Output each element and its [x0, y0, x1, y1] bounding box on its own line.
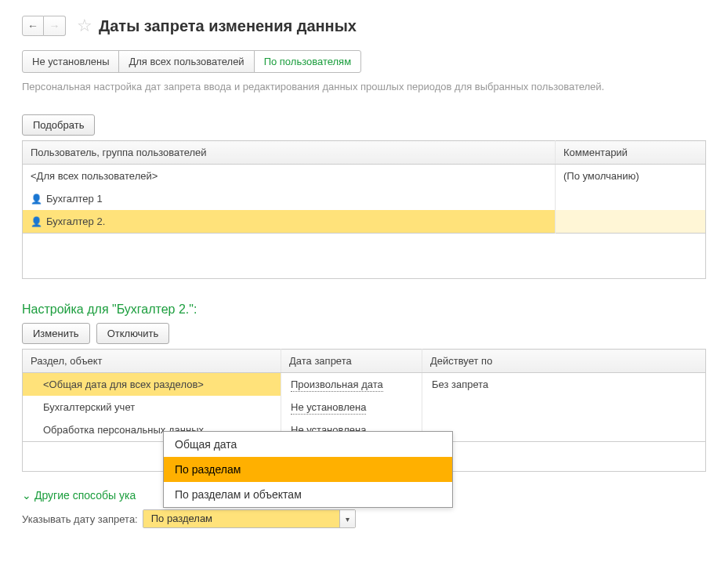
table-row[interactable]: 👤Бухгалтер 2.	[23, 210, 706, 234]
tab-all-users[interactable]: Для всех пользователей	[118, 50, 254, 73]
user-name: Бухгалтер 1	[46, 193, 103, 205]
settings-heading: Настройка для "Бухгалтер 2.":	[22, 302, 706, 317]
arrow-right-icon: →	[49, 20, 60, 32]
dropdown-option[interactable]: По разделам	[164, 457, 452, 482]
favorite-star-icon[interactable]: ☆	[77, 16, 92, 36]
section-effective	[422, 396, 706, 418]
section-date-link[interactable]: Не установлена	[291, 401, 366, 415]
disable-button[interactable]: Отключить	[96, 323, 170, 344]
section-date-link[interactable]: Произвольная дата	[291, 379, 383, 392]
user-icon: 👤	[31, 194, 42, 205]
edit-button[interactable]: Изменить	[22, 323, 90, 344]
select-value: По разделам	[143, 510, 339, 527]
users-col-comment[interactable]: Комментарий	[556, 141, 706, 165]
specify-date-dropdown: Общая дата По разделам По разделам и объ…	[163, 431, 453, 508]
user-name: Бухгалтер 2.	[46, 216, 105, 227]
description-text: Персональная настройка дат запрета ввода…	[22, 81, 706, 92]
chevron-down-icon: ⌄	[22, 489, 31, 502]
section-name: <Общая дата для всех разделов>	[23, 373, 281, 397]
pick-button[interactable]: Подобрать	[22, 114, 95, 136]
users-table: Пользователь, группа пользователей Комме…	[22, 140, 706, 234]
page-title: Даты запрета изменения данных	[99, 17, 357, 35]
section-effective	[422, 418, 706, 442]
tab-not-set[interactable]: Не установлены	[22, 50, 119, 73]
sections-table: Раздел, объект Дата запрета Действует по…	[22, 349, 706, 442]
dropdown-caret-icon[interactable]: ▾	[339, 510, 355, 527]
dropdown-option[interactable]: Общая дата	[164, 432, 452, 457]
user-icon: 👤	[31, 216, 42, 227]
table-row[interactable]: 👤Бухгалтер 1	[23, 187, 706, 210]
table-row[interactable]: <Общая дата для всех разделов> Произволь…	[23, 373, 706, 397]
arrow-left-icon: ←	[27, 20, 38, 32]
table-row[interactable]: <Для всех пользователей> (По умолчанию)	[23, 165, 706, 188]
nav-forward-button[interactable]: →	[44, 16, 66, 36]
users-col-user[interactable]: Пользователь, группа пользователей	[23, 141, 556, 165]
user-comment: (По умолчанию)	[563, 170, 639, 182]
section-name: Бухгалтерский учет	[23, 396, 281, 418]
other-ways-label: Другие способы ука	[34, 489, 136, 502]
sections-col-date[interactable]: Дата запрета	[281, 350, 422, 373]
nav-back-button[interactable]: ←	[22, 16, 44, 36]
sections-col-effective[interactable]: Действует по	[422, 350, 706, 373]
tab-bar: Не установлены Для всех пользователей По…	[22, 50, 706, 73]
table-row[interactable]: Бухгалтерский учет Не установлена	[23, 396, 706, 418]
specify-date-select[interactable]: По разделам ▾	[143, 509, 356, 528]
section-effective: Без запрета	[422, 373, 706, 397]
dropdown-option[interactable]: По разделам и объектам	[164, 482, 452, 507]
users-table-empty-area	[22, 234, 706, 279]
user-name: <Для всех пользователей>	[31, 170, 158, 182]
sections-col-section[interactable]: Раздел, объект	[23, 350, 281, 373]
tab-by-users[interactable]: По пользователям	[254, 50, 361, 73]
specify-date-label: Указывать дату запрета:	[22, 513, 138, 525]
